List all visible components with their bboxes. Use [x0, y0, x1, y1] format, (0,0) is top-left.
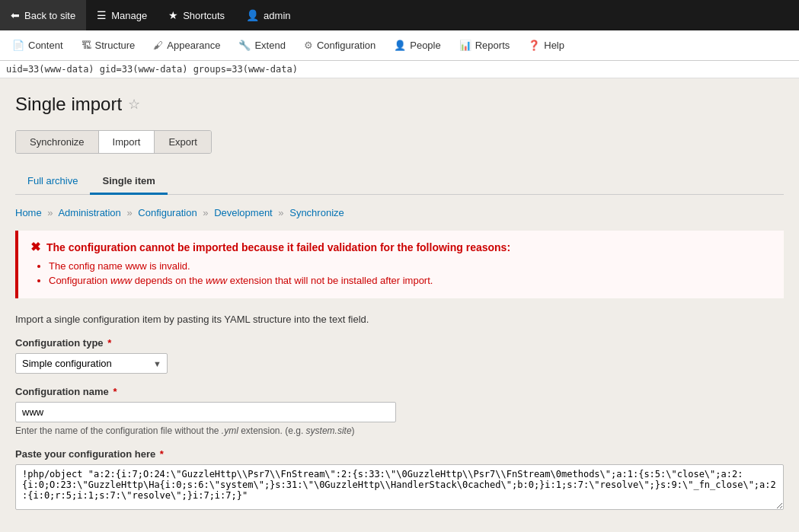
- config-name-label: Configuration name *: [15, 386, 784, 397]
- paste-config-group: Paste your configuration here * !php/obj…: [15, 448, 784, 512]
- breadcrumb-synchronize[interactable]: Synchronize: [289, 207, 344, 218]
- breadcrumb: Home » Administration » Configuration » …: [15, 207, 784, 218]
- favorite-icon[interactable]: ☆: [128, 96, 140, 113]
- config-type-required: *: [107, 337, 111, 349]
- nav-extend[interactable]: 🔧 Extend: [229, 30, 294, 60]
- tab-single-item[interactable]: Single item: [90, 169, 167, 195]
- page-title: Single import: [15, 94, 122, 115]
- star-icon: ★: [168, 9, 178, 21]
- paste-config-textarea[interactable]: !php/object "a:2:{i:7;O:24:\"GuzzleHttp\…: [15, 464, 784, 510]
- config-type-group: Configuration type * Simple configuratio…: [15, 337, 784, 374]
- nav-reports[interactable]: 📊 Reports: [450, 30, 519, 60]
- config-name-hint: Enter the name of the configuration file…: [15, 425, 784, 436]
- nav-structure[interactable]: 🏗 Structure: [72, 30, 145, 60]
- shortcuts-label: Shortcuts: [183, 10, 225, 21]
- nav-content[interactable]: 📄 Content: [3, 30, 72, 60]
- system-bar: uid=33(www-data) gid=33(www-data) groups…: [0, 61, 799, 78]
- nav-appearance[interactable]: 🖌 Appearance: [144, 30, 229, 60]
- extend-icon: 🔧: [238, 40, 251, 51]
- breadcrumb-development[interactable]: Development: [214, 207, 273, 218]
- system-bar-text: uid=33(www-data) gid=33(www-data) groups…: [6, 64, 298, 75]
- nav-help[interactable]: ❓ Help: [519, 30, 574, 60]
- appearance-icon: 🖌: [153, 40, 163, 51]
- configuration-icon: ⚙: [304, 40, 313, 51]
- admin-user-link[interactable]: 👤 admin: [235, 0, 301, 30]
- manage-label: Manage: [111, 10, 147, 21]
- tab-full-archive[interactable]: Full archive: [15, 169, 90, 195]
- nav-people[interactable]: 👤 People: [385, 30, 449, 60]
- admin-bar: ⬅ Back to site ☰ Manage ★ Shortcuts 👤 ad…: [0, 0, 799, 30]
- primary-tabs: Synchronize Import Export: [15, 130, 212, 154]
- nav-configuration[interactable]: ⚙ Configuration: [295, 30, 385, 60]
- tab-export[interactable]: Export: [155, 131, 211, 153]
- secondary-nav: 📄 Content 🏗 Structure 🖌 Appearance 🔧 Ext…: [0, 30, 799, 61]
- people-icon: 👤: [394, 40, 406, 51]
- error-circle-icon: ✖: [30, 240, 40, 254]
- user-icon: 👤: [246, 9, 259, 21]
- manage-icon: ☰: [97, 9, 107, 21]
- config-name-input[interactable]: [15, 402, 396, 422]
- paste-config-label: Paste your configuration here *: [15, 448, 784, 460]
- error-item-1: The config name www is invalid.: [49, 260, 772, 272]
- breadcrumb-configuration[interactable]: Configuration: [138, 207, 197, 218]
- breadcrumb-home[interactable]: Home: [15, 207, 42, 218]
- config-name-group: Configuration name * Enter the name of t…: [15, 386, 784, 436]
- error-item-2: Configuration www depends on the www ext…: [49, 275, 772, 286]
- config-type-select[interactable]: Simple configuration Content type Field …: [15, 353, 168, 374]
- secondary-tabs: Full archive Single item: [15, 169, 784, 195]
- config-type-select-wrapper: Simple configuration Content type Field …: [15, 353, 168, 374]
- tab-synchronize[interactable]: Synchronize: [16, 131, 99, 153]
- paste-required: *: [160, 448, 164, 460]
- back-site-link[interactable]: ⬅ Back to site: [0, 0, 86, 30]
- content-icon: 📄: [12, 40, 24, 51]
- structure-icon: 🏗: [81, 40, 91, 51]
- error-title: ✖ The configuration cannot be imported b…: [30, 240, 772, 254]
- reports-icon: 📊: [459, 40, 471, 51]
- page-title-row: Single import ☆: [15, 94, 784, 115]
- shortcuts-link[interactable]: ★ Shortcuts: [158, 0, 235, 30]
- error-list: The config name www is invalid. Configur…: [49, 260, 772, 286]
- tab-import[interactable]: Import: [99, 131, 155, 153]
- breadcrumb-administration[interactable]: Administration: [58, 207, 120, 218]
- help-icon: ❓: [528, 40, 540, 51]
- config-type-label: Configuration type *: [15, 337, 784, 349]
- main-content: Single import ☆ Synchronize Import Expor…: [0, 78, 799, 532]
- error-box: ✖ The configuration cannot be imported b…: [15, 231, 784, 298]
- back-site-label: Back to site: [24, 10, 75, 21]
- form-description: Import a single configuration item by pa…: [15, 314, 784, 325]
- config-name-required: *: [113, 386, 117, 397]
- back-icon: ⬅: [11, 9, 20, 21]
- admin-label: admin: [264, 10, 290, 21]
- manage-link[interactable]: ☰ Manage: [86, 0, 158, 30]
